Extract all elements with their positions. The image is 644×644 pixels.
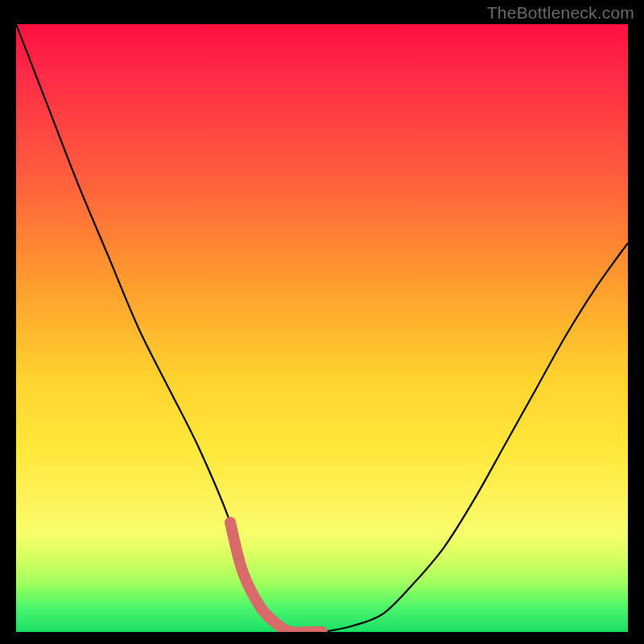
- chart-frame: TheBottleneck.com: [0, 0, 644, 644]
- curve-highlight: [230, 522, 322, 632]
- plot-area: [16, 24, 628, 632]
- watermark-text: TheBottleneck.com: [487, 3, 634, 23]
- curve-path: [16, 24, 628, 632]
- bottleneck-curve: [16, 24, 628, 632]
